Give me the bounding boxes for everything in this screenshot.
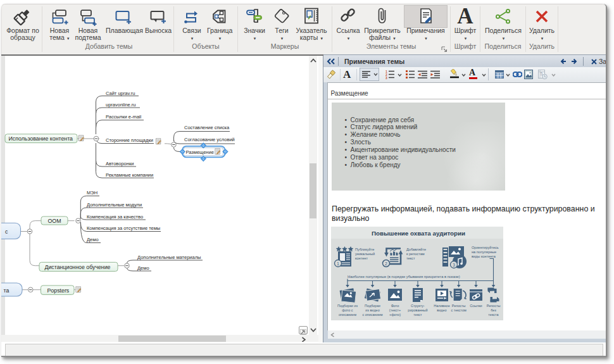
svg-text:Компенсация за отсутствие темы: Компенсация за отсутствие темы (87, 225, 160, 231)
svg-text:на популярные: на популярные (472, 249, 496, 253)
svg-text:1: 1 (337, 261, 339, 265)
svg-text:текст: текст (406, 256, 415, 260)
svg-text:Добавляйте: Добавляйте (406, 247, 426, 251)
svg-text:Структу-: Структу- (411, 304, 425, 308)
svg-text:Ориентируйтесь: Ориентируйтесь (472, 245, 499, 249)
svg-text:Рассылки e-mail: Рассылки e-mail (106, 114, 141, 120)
svg-text:Подборки из: Подборки из (337, 304, 358, 308)
svg-text:Репосты: Репосты (486, 304, 500, 308)
svg-text:Составление списка: Составление списка (184, 125, 230, 130)
svg-text:Демо: Демо (137, 265, 149, 271)
svg-text:ООМ: ООМ (48, 218, 61, 224)
svg-text:Репосты: Репосты (451, 304, 465, 308)
svg-text:Подборки: Подборки (365, 304, 380, 308)
svg-text:фото с: фото с (342, 308, 353, 312)
svg-text:Размещение: Размещение (186, 149, 214, 155)
svg-text:(текст+: (текст+ (389, 308, 400, 312)
svg-text:рированный: рированный (408, 308, 427, 312)
svg-text:к репостам: к репостам (406, 251, 425, 255)
svg-text:с текстом: с текстом (451, 308, 467, 312)
svg-text:Рекламные компании: Рекламные компании (106, 172, 153, 178)
svg-text:уникальный: уникальный (355, 251, 375, 255)
svg-text:Автоворонки: Автоворонки (106, 161, 134, 166)
svg-text:Согласование условий: Согласование условий (184, 137, 235, 142)
svg-text:текст: текст (413, 313, 422, 317)
svg-text:описанием: описанием (339, 313, 356, 317)
svg-text:без: без (491, 308, 496, 312)
svg-text:Дистанционное обучение: Дистанционное обучение (45, 264, 111, 270)
svg-text:контент: контент (355, 256, 368, 260)
svg-text:текста: текста (488, 313, 499, 317)
svg-text:3: 3 (453, 262, 455, 267)
svg-text:Сторонние площадки: Сторонние площадки (106, 137, 153, 143)
svg-text:Фото: Фото (391, 304, 399, 308)
svg-text:3: 3 (385, 76, 387, 79)
svg-text:Сайт uprav.ru: Сайт uprav.ru (106, 91, 135, 96)
svg-text:Дополнительные модули: Дополнительные модули (87, 202, 142, 208)
svg-text:из видео: из видео (365, 308, 379, 312)
svg-text:Публикуйте: Публикуйте (355, 247, 374, 251)
svg-text:с описанием: с описанием (362, 313, 382, 317)
svg-text:Дополнительные материалы: Дополнительные материалы (137, 254, 201, 260)
svg-text:Повышение охвата аудитории: Повышение охвата аудитории (371, 229, 465, 236)
svg-text:МЭН: МЭН (87, 190, 97, 196)
svg-text:Ссылки: Ссылки (470, 304, 482, 308)
svg-text:Компенсация за качество: Компенсация за качество (87, 214, 143, 220)
svg-text:Наиболее популярные (в порядке: Наиболее популярные (в порядке убывания … (348, 274, 460, 278)
svg-text:та: та (4, 287, 9, 294)
svg-text:Использование контента: Использование контента (9, 135, 73, 142)
svg-text:Наливное: Наливное (434, 304, 449, 308)
svg-text:видео: видео (437, 308, 446, 312)
svg-text:Демо: Демо (87, 237, 99, 242)
svg-text:upravonline.ru: upravonline.ru (106, 102, 136, 108)
svg-text:виды контента: виды контента (472, 254, 496, 258)
svg-text:2: 2 (385, 261, 387, 265)
svg-text:Popsters: Popsters (47, 287, 70, 294)
svg-text:с: с (5, 229, 8, 235)
svg-text:+фото): +фото) (389, 313, 400, 317)
